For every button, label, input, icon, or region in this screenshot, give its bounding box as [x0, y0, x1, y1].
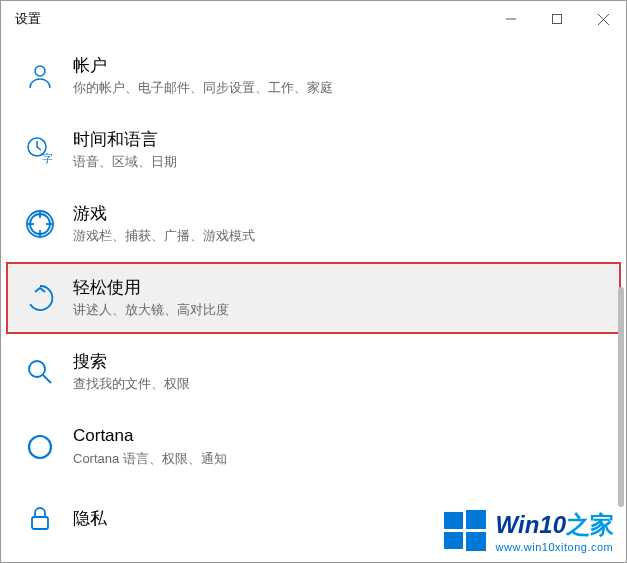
svg-point-13	[29, 361, 45, 377]
item-text: 搜索 查找我的文件、权限	[73, 351, 610, 393]
settings-item-ease-of-access[interactable]: 轻松使用 讲述人、放大镜、高对比度	[7, 263, 620, 333]
maximize-button[interactable]	[534, 3, 580, 35]
windows-logo-icon	[442, 508, 488, 554]
svg-line-14	[43, 375, 51, 383]
window-title: 设置	[15, 10, 488, 28]
settings-item-search[interactable]: 搜索 查找我的文件、权限	[7, 337, 620, 407]
item-title: 轻松使用	[73, 277, 610, 299]
svg-text:字: 字	[42, 152, 53, 164]
settings-list: 帐户 你的帐户、电子邮件、同步设置、工作、家庭 字 时间和语言 语音、区域、日期…	[1, 37, 626, 562]
minimize-icon	[506, 14, 516, 24]
search-icon	[21, 353, 59, 391]
svg-rect-19	[444, 532, 463, 549]
item-desc: 语音、区域、日期	[73, 153, 610, 171]
settings-item-cortana[interactable]: Cortana Cortana 语言、权限、通知	[7, 411, 620, 481]
maximize-icon	[552, 14, 562, 24]
item-desc: 查找我的文件、权限	[73, 375, 610, 393]
svg-point-15	[29, 436, 51, 458]
time-language-icon: 字	[21, 131, 59, 169]
watermark-url: www.win10xitong.com	[496, 541, 614, 553]
item-text: Cortana Cortana 语言、权限、通知	[73, 425, 610, 467]
minimize-button[interactable]	[488, 3, 534, 35]
item-title: 游戏	[73, 203, 610, 225]
item-title: 帐户	[73, 55, 610, 77]
accounts-icon	[21, 57, 59, 95]
item-desc: 你的帐户、电子邮件、同步设置、工作、家庭	[73, 79, 610, 97]
settings-item-time-language[interactable]: 字 时间和语言 语音、区域、日期	[7, 115, 620, 185]
window-controls	[488, 3, 626, 35]
gaming-icon	[21, 205, 59, 243]
svg-rect-17	[444, 512, 463, 529]
watermark: Win10之家 www.win10xitong.com	[442, 508, 614, 554]
settings-item-accounts[interactable]: 帐户 你的帐户、电子邮件、同步设置、工作、家庭	[7, 41, 620, 111]
item-text: 轻松使用 讲述人、放大镜、高对比度	[73, 277, 610, 319]
cortana-icon	[21, 428, 59, 466]
svg-rect-1	[553, 15, 562, 24]
svg-rect-18	[466, 510, 486, 529]
item-text: 游戏 游戏栏、捕获、广播、游戏模式	[73, 203, 610, 245]
item-title: 时间和语言	[73, 129, 610, 151]
close-button[interactable]	[580, 3, 626, 35]
watermark-brand: Win10之家	[496, 509, 614, 541]
privacy-icon	[21, 500, 59, 538]
close-icon	[598, 14, 609, 25]
item-desc: 游戏栏、捕获、广播、游戏模式	[73, 227, 610, 245]
svg-rect-20	[466, 532, 486, 551]
titlebar: 设置	[1, 1, 626, 37]
item-text: 时间和语言 语音、区域、日期	[73, 129, 610, 171]
item-title: Cortana	[73, 425, 610, 447]
item-text: 帐户 你的帐户、电子邮件、同步设置、工作、家庭	[73, 55, 610, 97]
item-desc: 讲述人、放大镜、高对比度	[73, 301, 610, 319]
scrollbar-thumb[interactable]	[618, 287, 624, 507]
svg-point-4	[35, 66, 45, 76]
item-desc: Cortana 语言、权限、通知	[73, 450, 610, 468]
item-title: 搜索	[73, 351, 610, 373]
svg-rect-16	[32, 517, 48, 529]
settings-item-gaming[interactable]: 游戏 游戏栏、捕获、广播、游戏模式	[7, 189, 620, 259]
ease-of-access-icon	[21, 279, 59, 317]
